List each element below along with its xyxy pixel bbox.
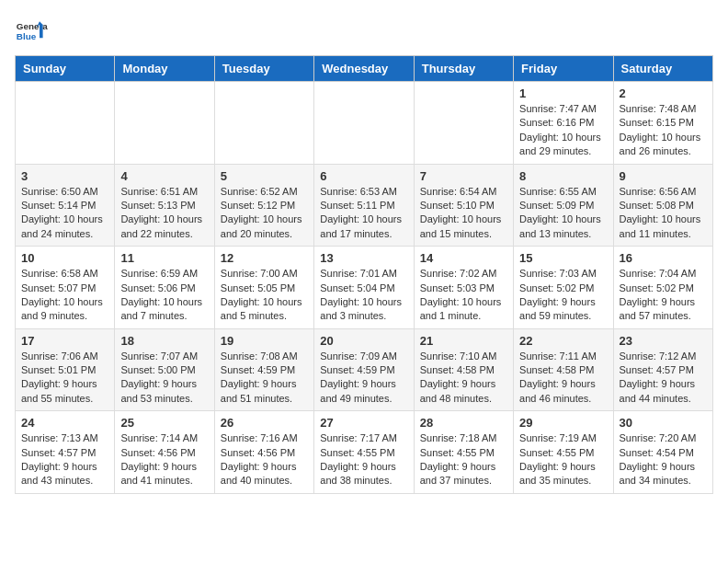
calendar-cell: 19Sunrise: 7:08 AM Sunset: 4:59 PM Dayli…	[214, 328, 313, 411]
calendar-week-row: 17Sunrise: 7:06 AM Sunset: 5:01 PM Dayli…	[16, 328, 713, 411]
calendar: SundayMondayTuesdayWednesdayThursdayFrid…	[15, 55, 713, 494]
calendar-cell: 1Sunrise: 7:47 AM Sunset: 6:16 PM Daylig…	[514, 82, 613, 165]
calendar-cell: 8Sunrise: 6:55 AM Sunset: 5:09 PM Daylig…	[514, 164, 613, 247]
calendar-week-row: 10Sunrise: 6:58 AM Sunset: 5:07 PM Dayli…	[16, 247, 713, 329]
day-number: 18	[120, 334, 208, 348]
calendar-header-wednesday: Wednesday	[314, 56, 414, 82]
day-number: 20	[320, 334, 407, 348]
calendar-cell: 11Sunrise: 6:59 AM Sunset: 5:06 PM Dayli…	[115, 247, 214, 329]
day-info: Sunrise: 7:48 AM Sunset: 6:15 PM Dayligh…	[620, 102, 707, 159]
page-header: General Blue	[15, 15, 713, 48]
day-info: Sunrise: 7:19 AM Sunset: 4:55 PM Dayligh…	[519, 431, 607, 488]
day-info: Sunrise: 6:59 AM Sunset: 5:06 PM Dayligh…	[120, 267, 208, 324]
day-number: 7	[420, 169, 507, 183]
day-info: Sunrise: 6:55 AM Sunset: 5:09 PM Dayligh…	[519, 185, 607, 242]
day-number: 30	[620, 416, 707, 430]
day-info: Sunrise: 7:03 AM Sunset: 5:02 PM Dayligh…	[519, 267, 607, 324]
day-number: 26	[221, 416, 308, 430]
day-info: Sunrise: 7:12 AM Sunset: 4:57 PM Dayligh…	[620, 350, 707, 407]
day-info: Sunrise: 6:56 AM Sunset: 5:08 PM Dayligh…	[620, 185, 707, 242]
calendar-cell: 7Sunrise: 6:54 AM Sunset: 5:10 PM Daylig…	[414, 164, 513, 247]
calendar-header-friday: Friday	[514, 56, 613, 82]
day-info: Sunrise: 7:18 AM Sunset: 4:55 PM Dayligh…	[420, 431, 507, 488]
day-number: 10	[21, 251, 108, 265]
day-info: Sunrise: 7:06 AM Sunset: 5:01 PM Dayligh…	[21, 350, 108, 407]
day-info: Sunrise: 7:04 AM Sunset: 5:02 PM Dayligh…	[620, 267, 707, 324]
day-number: 21	[420, 334, 507, 348]
calendar-header-row: SundayMondayTuesdayWednesdayThursdayFrid…	[16, 56, 713, 82]
logo: General Blue	[15, 15, 48, 48]
day-info: Sunrise: 7:16 AM Sunset: 4:56 PM Dayligh…	[221, 431, 308, 488]
calendar-cell: 14Sunrise: 7:02 AM Sunset: 5:03 PM Dayli…	[414, 247, 513, 329]
day-info: Sunrise: 6:52 AM Sunset: 5:12 PM Dayligh…	[221, 185, 308, 242]
calendar-cell: 29Sunrise: 7:19 AM Sunset: 4:55 PM Dayli…	[514, 411, 613, 494]
calendar-cell: 25Sunrise: 7:14 AM Sunset: 4:56 PM Dayli…	[115, 411, 214, 494]
calendar-cell: 30Sunrise: 7:20 AM Sunset: 4:54 PM Dayli…	[613, 411, 712, 494]
calendar-cell: 10Sunrise: 6:58 AM Sunset: 5:07 PM Dayli…	[16, 247, 115, 329]
day-info: Sunrise: 7:20 AM Sunset: 4:54 PM Dayligh…	[620, 431, 707, 488]
day-info: Sunrise: 7:02 AM Sunset: 5:03 PM Dayligh…	[420, 267, 507, 324]
calendar-cell: 13Sunrise: 7:01 AM Sunset: 5:04 PM Dayli…	[314, 247, 414, 329]
calendar-cell: 18Sunrise: 7:07 AM Sunset: 5:00 PM Dayli…	[115, 328, 214, 411]
calendar-cell: 16Sunrise: 7:04 AM Sunset: 5:02 PM Dayli…	[613, 247, 712, 329]
day-number: 6	[320, 169, 407, 183]
day-number: 2	[620, 86, 707, 100]
calendar-cell	[115, 82, 214, 165]
day-number: 23	[620, 334, 707, 348]
calendar-header-saturday: Saturday	[613, 56, 712, 82]
day-number: 12	[221, 251, 308, 265]
day-number: 29	[519, 416, 607, 430]
day-number: 1	[519, 86, 607, 100]
day-number: 25	[120, 416, 208, 430]
day-number: 3	[21, 169, 108, 183]
day-number: 22	[519, 334, 607, 348]
day-number: 11	[120, 251, 208, 265]
calendar-week-row: 3Sunrise: 6:50 AM Sunset: 5:14 PM Daylig…	[16, 164, 713, 247]
calendar-cell: 27Sunrise: 7:17 AM Sunset: 4:55 PM Dayli…	[314, 411, 414, 494]
calendar-cell: 20Sunrise: 7:09 AM Sunset: 4:59 PM Dayli…	[314, 328, 414, 411]
day-info: Sunrise: 7:11 AM Sunset: 4:58 PM Dayligh…	[519, 350, 607, 407]
day-number: 28	[420, 416, 507, 430]
day-number: 8	[519, 169, 607, 183]
calendar-cell: 6Sunrise: 6:53 AM Sunset: 5:11 PM Daylig…	[314, 164, 414, 247]
day-info: Sunrise: 7:07 AM Sunset: 5:00 PM Dayligh…	[120, 350, 208, 407]
day-number: 17	[21, 334, 108, 348]
day-info: Sunrise: 6:53 AM Sunset: 5:11 PM Dayligh…	[320, 185, 407, 242]
calendar-cell: 23Sunrise: 7:12 AM Sunset: 4:57 PM Dayli…	[613, 328, 712, 411]
calendar-header-monday: Monday	[115, 56, 214, 82]
calendar-cell: 2Sunrise: 7:48 AM Sunset: 6:15 PM Daylig…	[613, 82, 712, 165]
calendar-header-sunday: Sunday	[16, 56, 115, 82]
day-info: Sunrise: 7:00 AM Sunset: 5:05 PM Dayligh…	[221, 267, 308, 324]
day-number: 24	[21, 416, 108, 430]
day-info: Sunrise: 6:58 AM Sunset: 5:07 PM Dayligh…	[21, 267, 108, 324]
calendar-cell: 26Sunrise: 7:16 AM Sunset: 4:56 PM Dayli…	[214, 411, 313, 494]
logo-icon: General Blue	[15, 15, 48, 48]
day-info: Sunrise: 7:08 AM Sunset: 4:59 PM Dayligh…	[221, 350, 308, 407]
day-number: 5	[221, 169, 308, 183]
calendar-cell: 9Sunrise: 6:56 AM Sunset: 5:08 PM Daylig…	[613, 164, 712, 247]
day-number: 27	[320, 416, 407, 430]
day-info: Sunrise: 6:51 AM Sunset: 5:13 PM Dayligh…	[120, 185, 208, 242]
day-number: 4	[120, 169, 208, 183]
calendar-cell: 12Sunrise: 7:00 AM Sunset: 5:05 PM Dayli…	[214, 247, 313, 329]
day-info: Sunrise: 6:50 AM Sunset: 5:14 PM Dayligh…	[21, 185, 108, 242]
calendar-cell	[16, 82, 115, 165]
calendar-cell: 3Sunrise: 6:50 AM Sunset: 5:14 PM Daylig…	[16, 164, 115, 247]
day-info: Sunrise: 7:14 AM Sunset: 4:56 PM Dayligh…	[120, 431, 208, 488]
day-number: 19	[221, 334, 308, 348]
calendar-cell: 28Sunrise: 7:18 AM Sunset: 4:55 PM Dayli…	[414, 411, 513, 494]
svg-text:General: General	[17, 21, 48, 31]
calendar-cell: 4Sunrise: 6:51 AM Sunset: 5:13 PM Daylig…	[115, 164, 214, 247]
calendar-cell	[314, 82, 414, 165]
calendar-header-thursday: Thursday	[414, 56, 513, 82]
day-info: Sunrise: 7:47 AM Sunset: 6:16 PM Dayligh…	[519, 102, 607, 159]
calendar-week-row: 1Sunrise: 7:47 AM Sunset: 6:16 PM Daylig…	[16, 82, 713, 165]
calendar-cell	[414, 82, 513, 165]
calendar-cell: 22Sunrise: 7:11 AM Sunset: 4:58 PM Dayli…	[514, 328, 613, 411]
calendar-cell: 5Sunrise: 6:52 AM Sunset: 5:12 PM Daylig…	[214, 164, 313, 247]
calendar-week-row: 24Sunrise: 7:13 AM Sunset: 4:57 PM Dayli…	[16, 411, 713, 494]
svg-text:Blue: Blue	[17, 31, 37, 41]
day-number: 16	[620, 251, 707, 265]
day-number: 14	[420, 251, 507, 265]
day-info: Sunrise: 7:10 AM Sunset: 4:58 PM Dayligh…	[420, 350, 507, 407]
